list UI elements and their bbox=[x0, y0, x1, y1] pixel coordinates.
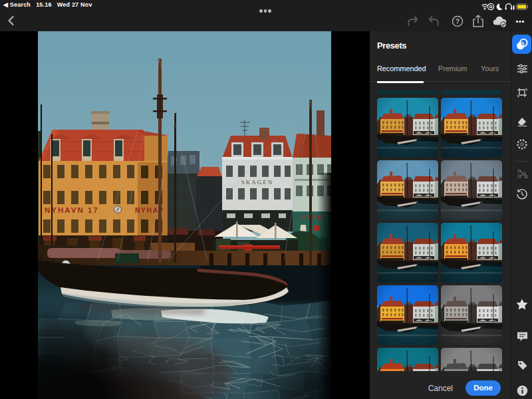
svg-text:SKAGEN: SKAGEN bbox=[241, 179, 274, 186]
svg-text:?: ? bbox=[456, 17, 460, 25]
svg-text:NYHAVN 17: NYHAVN 17 bbox=[45, 206, 99, 214]
